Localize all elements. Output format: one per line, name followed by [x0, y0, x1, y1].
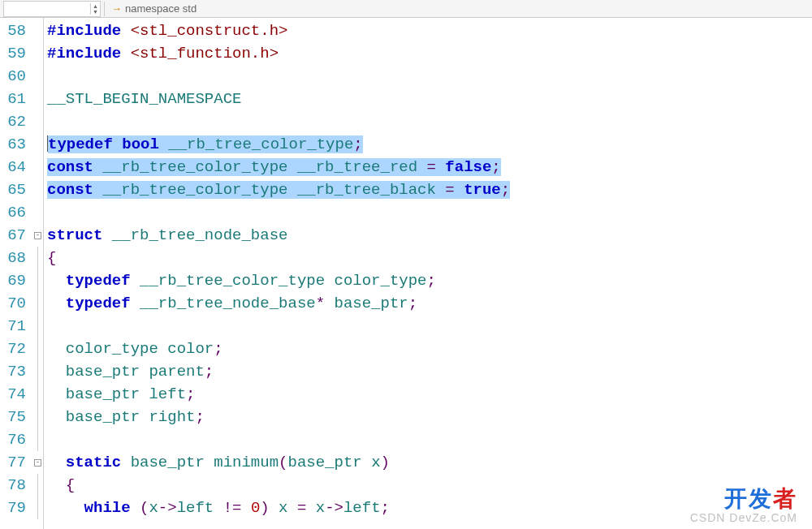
code-line[interactable]: [47, 428, 812, 451]
fold-slot: [32, 178, 43, 201]
code-token: [131, 499, 140, 517]
code-line[interactable]: #include <stl_construct.h>: [47, 19, 812, 42]
fold-toggle[interactable]: -: [32, 451, 43, 474]
code-line[interactable]: typedef bool __rb_tree_color_type;: [47, 133, 812, 156]
code-token: [214, 499, 222, 517]
code-line[interactable]: color_type color;: [47, 338, 812, 360]
code-area[interactable]: #include <stl_construct.h>#include <stl_…: [44, 18, 812, 529]
line-number: 62: [0, 110, 26, 133]
line-number: 64: [0, 156, 26, 178]
code-token: ;: [427, 272, 436, 290]
fold-toggle[interactable]: -: [32, 224, 43, 247]
code-line[interactable]: const __rb_tree_color_type __rb_tree_bla…: [47, 178, 812, 201]
code-line[interactable]: while (x->left != 0) x = x->left;: [47, 497, 812, 519]
line-number-gutter: 5859606162636465666768697071727374757677…: [0, 18, 32, 529]
code-token: [362, 454, 371, 471]
code-line[interactable]: {: [47, 474, 812, 497]
code-token: color: [167, 340, 214, 358]
code-token: __rb_tree_color_type: [102, 181, 287, 199]
code-line[interactable]: base_ptr left;: [47, 383, 812, 406]
line-number: 76: [0, 428, 26, 451]
line-number: 73: [0, 360, 26, 383]
text-cursor: [47, 135, 48, 152]
code-token: #include: [47, 45, 121, 62]
code-token: (: [140, 499, 149, 517]
code-line[interactable]: struct __rb_tree_node_base: [47, 224, 812, 247]
line-number: 78: [0, 474, 26, 497]
code-token: ;: [186, 385, 195, 403]
code-token: ;: [195, 408, 204, 426]
fold-slot: [32, 497, 43, 519]
line-number: 67: [0, 224, 26, 247]
scope-dropdown[interactable]: ▲▼: [3, 1, 101, 17]
code-token: [436, 158, 445, 176]
code-token: [47, 272, 66, 290]
code-token: [47, 408, 66, 426]
line-number: 59: [0, 42, 26, 65]
code-token: color_type: [335, 272, 427, 290]
code-token: ;: [214, 340, 222, 358]
code-token: typedef: [66, 272, 131, 290]
line-number: 69: [0, 269, 26, 292]
code-token: false: [445, 158, 491, 176]
code-line[interactable]: #include <stl_function.h>: [47, 42, 812, 65]
code-line[interactable]: typedef __rb_tree_color_type color_type;: [47, 269, 812, 292]
code-token: <stl_construct.h>: [131, 22, 288, 40]
code-line[interactable]: base_ptr right;: [47, 406, 812, 428]
code-token: [140, 385, 149, 403]
code-token: [47, 363, 66, 381]
line-number: 66: [0, 201, 26, 224]
fold-slot: [32, 88, 43, 110]
code-token: const: [47, 181, 93, 199]
code-token: #include: [47, 22, 121, 40]
code-line[interactable]: typedef __rb_tree_node_base* base_ptr;: [47, 292, 812, 315]
code-line[interactable]: base_ptr parent;: [47, 360, 812, 383]
code-token: 0: [251, 499, 260, 517]
code-token: [131, 295, 140, 312]
code-line[interactable]: const __rb_tree_color_type __rb_tree_red…: [47, 156, 812, 178]
code-line[interactable]: [47, 65, 812, 88]
line-number: 60: [0, 65, 26, 88]
code-token: [288, 499, 297, 517]
dropdown-stepper-icon[interactable]: ▲▼: [90, 3, 98, 15]
code-token: [287, 158, 296, 176]
code-token: [47, 385, 66, 403]
code-token: [140, 408, 149, 426]
line-number: 77: [0, 451, 26, 474]
fold-slot: [32, 269, 43, 292]
code-token: typedef: [66, 295, 131, 312]
code-token: __STL_BEGIN_NAMESPACE: [47, 90, 241, 108]
code-editor[interactable]: 5859606162636465666768697071727374757677…: [0, 18, 812, 529]
code-token: x: [316, 499, 325, 517]
fold-slot: [32, 133, 43, 156]
code-token: =: [297, 499, 306, 517]
code-line[interactable]: __STL_BEGIN_NAMESPACE: [47, 88, 812, 110]
code-token: base_ptr: [288, 454, 362, 471]
fold-slot: [32, 42, 43, 65]
namespace-label[interactable]: namespace std: [125, 2, 197, 15]
line-number: 63: [0, 133, 26, 156]
fold-slot: [32, 428, 43, 451]
code-line[interactable]: [47, 110, 812, 133]
code-token: {: [66, 476, 75, 494]
code-token: [306, 499, 315, 517]
code-line[interactable]: static base_ptr minimum(base_ptr x): [47, 451, 812, 474]
code-line[interactable]: [47, 201, 812, 224]
code-line[interactable]: {: [47, 247, 812, 269]
code-token: =: [427, 158, 436, 176]
code-token: [158, 340, 167, 358]
line-number: 71: [0, 315, 26, 338]
fold-slot: [32, 383, 43, 406]
code-line[interactable]: [47, 315, 812, 338]
code-token: __rb_tree_color_type: [168, 135, 353, 153]
code-token: __rb_tree_node_base: [112, 226, 288, 244]
line-number: 79: [0, 497, 26, 519]
fold-column[interactable]: --: [32, 18, 44, 529]
code-token: ;: [381, 499, 390, 517]
code-token: minimum: [214, 454, 279, 471]
fold-slot: [32, 247, 43, 269]
fold-slot: [32, 315, 43, 338]
code-token: <stl_function.h>: [131, 45, 279, 62]
fold-slot: [32, 360, 43, 383]
code-token: (: [279, 454, 287, 471]
